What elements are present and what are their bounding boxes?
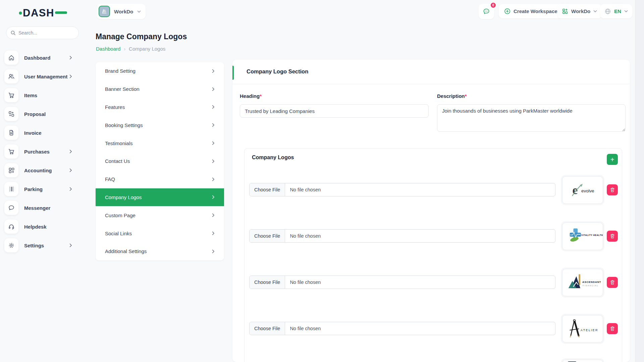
file-input[interactable]: Choose File No file chosen <box>249 322 555 335</box>
menu-item-label: Features <box>105 104 125 110</box>
search-box[interactable] <box>6 26 79 39</box>
menu-item-company-logos[interactable]: Company Logos <box>96 188 224 206</box>
globe-icon <box>604 8 611 15</box>
menu-item-testimonials[interactable]: Testimonials <box>96 134 224 152</box>
menu-item-brand-setting[interactable]: Brand Setting <box>96 62 224 80</box>
chevron-right-icon <box>212 213 215 217</box>
svg-text:ATELIER: ATELIER <box>581 328 598 332</box>
sidebar-item-messenger[interactable]: Messenger <box>4 198 75 217</box>
home-icon <box>4 51 18 65</box>
brand-green-dash <box>55 11 67 14</box>
language-selector[interactable]: EN <box>600 4 632 18</box>
chevron-right-icon <box>69 168 72 172</box>
menu-item-features[interactable]: Features <box>96 98 224 116</box>
menu-item-label: Additional Settings <box>105 248 147 254</box>
delete-logo-button[interactable] <box>607 277 618 288</box>
breadcrumb-separator-icon: › <box>124 46 125 52</box>
choose-file-button[interactable]: Choose File <box>250 230 285 242</box>
settings-menu: Brand Setting Banner Section Features Bo… <box>96 62 224 260</box>
trash-icon <box>610 326 615 331</box>
company-logo-section-card: Company Logo Section Heading* Descriptio… <box>232 60 630 362</box>
logo-preview-evolve: e evolve <box>562 176 603 204</box>
sidebar-item-purchases[interactable]: Purchases <box>4 142 75 161</box>
chevron-right-icon <box>69 74 72 78</box>
workspace-selector[interactable]: WorkDo <box>97 4 146 19</box>
sidebar-item-settings[interactable]: Settings <box>4 236 75 255</box>
workdo-dropdown-label: WorkDo <box>571 8 590 14</box>
workdo-dropdown[interactable]: WorkDo <box>557 4 602 18</box>
chevron-right-icon <box>69 243 72 247</box>
invoice-icon <box>4 126 18 140</box>
breadcrumb-dashboard-link[interactable]: Dashboard <box>96 46 120 52</box>
menu-item-label: Company Logos <box>105 194 142 200</box>
search-input[interactable] <box>18 30 79 36</box>
chevron-right-icon <box>69 187 72 191</box>
chevron-down-icon <box>593 10 597 12</box>
sidebar-item-label: Settings <box>24 243 44 248</box>
company-logos-title: Company Logos <box>252 155 294 161</box>
sidebar-item-label: Accounting <box>24 168 52 173</box>
required-mark: * <box>260 93 262 99</box>
trash-icon <box>610 280 615 285</box>
sidebar-item-helpdesk[interactable]: Helpdesk <box>4 217 75 236</box>
page-title: Manage Company Logos <box>96 32 187 41</box>
chevron-right-icon <box>212 195 215 199</box>
sidebar-item-label: User Management <box>24 74 67 79</box>
file-input[interactable]: Choose File No file chosen <box>249 183 555 196</box>
menu-item-additional-settings[interactable]: Additional Settings <box>96 242 224 260</box>
menu-item-label: FAQ <box>105 176 115 182</box>
sidebar-item-dashboard[interactable]: Dashboard <box>4 48 75 67</box>
choose-file-button[interactable]: Choose File <box>250 322 285 335</box>
chat-bubble-icon <box>4 201 18 215</box>
menu-item-label: Testimonials <box>105 140 133 146</box>
logo-preview-atelier: ATELIER <box>562 315 603 343</box>
section-title: Company Logo Section <box>247 68 308 75</box>
search-icon <box>10 30 16 36</box>
grid-plus-icon <box>562 8 568 14</box>
gear-icon <box>4 238 18 252</box>
sidebar-item-label: Invoice <box>24 130 42 136</box>
menu-item-custom-page[interactable]: Custom Page <box>96 206 224 224</box>
choose-file-button[interactable]: Choose File <box>250 183 285 196</box>
chat-bubble-icon <box>482 7 490 15</box>
create-workspace-label: Create Workspace <box>514 8 557 14</box>
cart-icon <box>4 88 18 102</box>
chevron-right-icon <box>212 231 215 235</box>
brand-logo[interactable]: DASH <box>17 5 68 19</box>
sidebar-item-items[interactable]: Items <box>4 86 75 105</box>
file-input[interactable]: Choose File No file chosen <box>249 229 555 243</box>
logo-row: Choose File No file chosen VITALITY HEAL… <box>245 223 622 250</box>
menu-item-banner-section[interactable]: Banner Section <box>96 80 224 98</box>
brand-green-dot <box>19 12 22 15</box>
delete-logo-button[interactable] <box>607 323 618 334</box>
sidebar-item-label: Proposal <box>24 111 46 117</box>
delete-logo-button[interactable] <box>607 231 618 242</box>
chevron-right-icon <box>212 177 215 181</box>
chevron-right-icon <box>212 249 215 253</box>
grid-plus-icon <box>4 163 18 177</box>
menu-item-booking-settings[interactable]: Booking Settings <box>96 116 224 134</box>
create-workspace-button[interactable]: Create Workspace <box>499 4 563 18</box>
headset-icon <box>4 220 18 234</box>
messenger-button[interactable]: 0 <box>479 4 494 19</box>
add-logo-button[interactable]: + <box>607 154 618 165</box>
sidebar-item-invoice[interactable]: Invoice <box>4 123 75 142</box>
menu-item-label: Contact Us <box>105 158 130 164</box>
menu-item-contact-us[interactable]: Contact Us <box>96 152 224 170</box>
company-logos-panel: Company Logos + Choose File No file chos… <box>244 148 622 362</box>
menu-item-faq[interactable]: FAQ <box>96 170 224 188</box>
sidebar-item-accounting[interactable]: Accounting <box>4 161 75 180</box>
sidebar-item-proposal[interactable]: Proposal <box>4 105 75 123</box>
description-textarea[interactable]: Join thousands of businesses using ParkM… <box>437 104 626 132</box>
file-input[interactable]: Choose File No file chosen <box>249 276 555 289</box>
language-label: EN <box>614 8 621 14</box>
choose-file-button[interactable]: Choose File <box>250 276 285 289</box>
chevron-down-icon <box>137 10 141 13</box>
sidebar-item-parking[interactable]: Parking <box>4 180 75 198</box>
page-scrollbar[interactable] <box>635 0 644 362</box>
heading-input[interactable] <box>240 104 429 118</box>
chevron-right-icon <box>212 69 215 73</box>
menu-item-social-links[interactable]: Social Links <box>96 224 224 242</box>
sidebar-item-user-management[interactable]: User Management <box>4 67 75 86</box>
delete-logo-button[interactable] <box>607 184 618 195</box>
